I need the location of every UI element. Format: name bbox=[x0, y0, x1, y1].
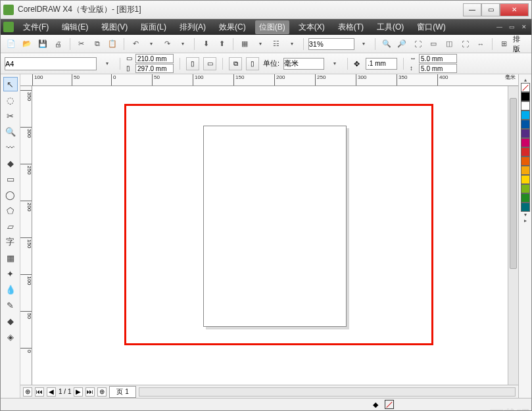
text-tool[interactable]: 字 bbox=[3, 235, 18, 249]
interactive-fill-tool[interactable]: ◈ bbox=[3, 329, 18, 344]
smart-fill-tool[interactable]: ◆ bbox=[3, 156, 18, 170]
snap-button[interactable]: ⊞ bbox=[497, 37, 510, 51]
color-swatch[interactable] bbox=[521, 120, 530, 129]
menu-item[interactable]: 编辑(E) bbox=[58, 20, 92, 34]
redo-dropdown[interactable]: ▾ bbox=[176, 37, 189, 51]
fill-indicator[interactable] bbox=[385, 400, 394, 409]
horizontal-ruler[interactable]: 10050050100150200250300350400毫米 bbox=[20, 74, 518, 86]
color-swatch[interactable] bbox=[521, 110, 530, 120]
page-height-input[interactable] bbox=[135, 64, 174, 73]
menu-item[interactable]: 工具(O) bbox=[373, 20, 408, 34]
color-swatch[interactable] bbox=[521, 203, 530, 212]
menu-item[interactable]: 位图(B) bbox=[255, 20, 289, 34]
fill-tool[interactable]: ◆ bbox=[3, 314, 18, 328]
color-swatch[interactable] bbox=[521, 92, 530, 101]
horizontal-scrollbar[interactable] bbox=[139, 387, 516, 397]
cut-button[interactable]: ✂ bbox=[75, 37, 88, 51]
crop-tool[interactable]: ✂ bbox=[3, 109, 18, 123]
export-button[interactable]: ⬆ bbox=[215, 37, 228, 51]
palette-up-button[interactable]: ▴ bbox=[524, 77, 527, 83]
current-page-button[interactable]: ▯ bbox=[246, 57, 259, 70]
outline-tool[interactable]: ✎ bbox=[3, 298, 18, 312]
save-button[interactable]: 💾 bbox=[36, 37, 49, 51]
vertical-ruler[interactable]: 350300250200150100500 bbox=[20, 86, 32, 385]
color-swatch[interactable] bbox=[521, 157, 530, 166]
scrollbar-thumb[interactable] bbox=[510, 98, 517, 269]
ellipse-tool[interactable]: ◯ bbox=[3, 187, 18, 202]
redo-button[interactable]: ↷ bbox=[160, 37, 174, 51]
last-page-button[interactable]: ⏭ bbox=[85, 387, 95, 397]
eyedropper-tool[interactable]: 💧 bbox=[3, 282, 18, 297]
page-width-input[interactable] bbox=[135, 54, 174, 63]
mdi-close-button[interactable]: ✕ bbox=[520, 24, 529, 30]
menu-item[interactable]: 效果(C) bbox=[215, 20, 250, 34]
zoom-all-button[interactable]: ⛶ bbox=[458, 37, 472, 51]
color-swatch[interactable] bbox=[521, 129, 530, 138]
zoom-out-button[interactable]: 🔎 bbox=[396, 37, 409, 51]
first-page-button[interactable]: ⏮ bbox=[35, 387, 44, 397]
welcome-dropdown[interactable]: ▾ bbox=[285, 37, 299, 51]
paper-size-select[interactable] bbox=[5, 57, 97, 70]
portrait-button[interactable]: ▯ bbox=[186, 57, 199, 70]
mdi-minimize-button[interactable]: — bbox=[495, 24, 504, 30]
menu-item[interactable]: 版面(L) bbox=[137, 20, 170, 34]
freehand-tool[interactable]: 〰 bbox=[3, 140, 18, 155]
zoom-page-button[interactable]: ▭ bbox=[427, 37, 440, 51]
menu-item[interactable]: 窗口(W) bbox=[413, 20, 449, 34]
close-button[interactable]: ✕ bbox=[500, 3, 529, 16]
add-page-after-button[interactable]: ⊕ bbox=[97, 387, 107, 397]
menu-item[interactable]: 视图(V) bbox=[97, 20, 132, 34]
zoom-dropdown[interactable]: ▾ bbox=[357, 37, 370, 51]
welcome-button[interactable]: ☷ bbox=[270, 37, 283, 51]
vertical-scrollbar[interactable] bbox=[508, 86, 518, 385]
color-swatch[interactable] bbox=[521, 138, 530, 147]
interactive-tool[interactable]: ✦ bbox=[3, 266, 18, 281]
color-swatch[interactable] bbox=[521, 101, 530, 110]
all-pages-button[interactable]: ⧉ bbox=[229, 57, 242, 70]
app-launcher-button[interactable]: ▦ bbox=[238, 37, 251, 51]
polygon-tool[interactable]: ⬠ bbox=[3, 203, 18, 218]
color-swatch[interactable] bbox=[521, 175, 530, 184]
units-select[interactable] bbox=[283, 58, 324, 70]
app-launcher-dropdown[interactable]: ▾ bbox=[254, 37, 267, 51]
menu-item[interactable]: 文件(F) bbox=[19, 20, 53, 34]
next-page-button[interactable]: ▶ bbox=[74, 387, 83, 397]
zoom-width-button[interactable]: ↔ bbox=[474, 37, 487, 51]
menu-item[interactable]: 排列(A) bbox=[176, 20, 210, 34]
zoom-fit-button[interactable]: ⛶ bbox=[411, 37, 424, 51]
table-tool[interactable]: ▦ bbox=[3, 251, 18, 265]
add-page-button[interactable]: ⊕ bbox=[23, 387, 32, 397]
drawing-canvas[interactable] bbox=[32, 86, 508, 385]
basic-shapes-tool[interactable]: ▱ bbox=[3, 219, 18, 233]
color-swatch[interactable] bbox=[521, 147, 530, 157]
import-button[interactable]: ⬇ bbox=[199, 37, 212, 51]
palette-down-button[interactable]: ▾ bbox=[524, 212, 527, 218]
no-color-swatch[interactable] bbox=[521, 83, 530, 92]
paper-dropdown[interactable]: ▾ bbox=[101, 57, 114, 70]
pick-tool[interactable]: ↖ bbox=[3, 77, 18, 91]
color-swatch[interactable] bbox=[521, 184, 530, 193]
open-button[interactable]: 📂 bbox=[20, 37, 34, 51]
zoom-selection-button[interactable]: ◫ bbox=[443, 37, 456, 51]
zoom-in-button[interactable]: 🔍 bbox=[380, 37, 393, 51]
nudge-input[interactable] bbox=[366, 58, 397, 70]
copy-button[interactable]: ⧉ bbox=[91, 37, 104, 51]
page-tab[interactable]: 页 1 bbox=[109, 386, 135, 398]
undo-dropdown[interactable]: ▾ bbox=[145, 37, 158, 51]
menu-item[interactable]: 表格(T) bbox=[334, 20, 368, 34]
dup-x-input[interactable] bbox=[419, 54, 457, 63]
prev-page-button[interactable]: ◀ bbox=[47, 387, 56, 397]
palette-flyout-button[interactable]: ▸ bbox=[524, 218, 527, 224]
shape-tool[interactable]: ◌ bbox=[3, 93, 18, 107]
menu-item[interactable]: 文本(X) bbox=[295, 20, 329, 34]
units-dropdown[interactable]: ▾ bbox=[328, 57, 341, 70]
print-button[interactable]: 🖨 bbox=[52, 37, 65, 51]
minimize-button[interactable]: — bbox=[463, 3, 481, 16]
undo-button[interactable]: ↶ bbox=[129, 37, 142, 51]
maximize-button[interactable]: ▭ bbox=[481, 3, 500, 16]
zoom-tool[interactable]: 🔍 bbox=[3, 124, 18, 139]
paste-button[interactable]: 📋 bbox=[107, 37, 120, 51]
dup-y-input[interactable] bbox=[419, 64, 457, 73]
new-button[interactable]: 📄 bbox=[5, 37, 18, 51]
color-swatch[interactable] bbox=[521, 166, 530, 175]
